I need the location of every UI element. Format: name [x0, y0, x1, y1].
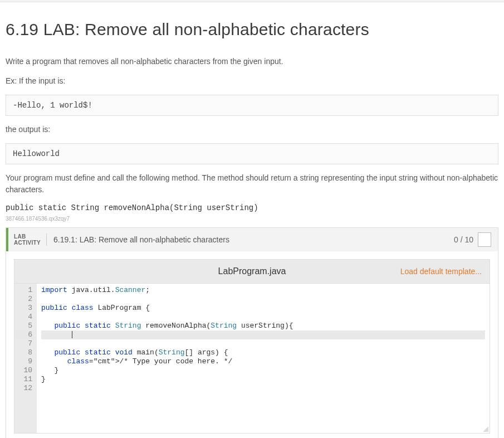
example-label: Ex: If the input is: — [6, 75, 498, 87]
code-line[interactable]: public class LabProgram { — [41, 304, 485, 313]
line-gutter: 123456789101112 — [14, 284, 37, 433]
code-line[interactable]: } — [41, 375, 485, 384]
output-label: the output is: — [6, 124, 498, 135]
code-line[interactable] — [41, 339, 485, 348]
code-line[interactable]: public static void main(String[] args) { — [41, 348, 485, 357]
code-line[interactable]: } — [41, 366, 485, 375]
lab-tag-line1: LAB — [14, 233, 41, 240]
code-line[interactable]: public static String removeNonAlpha(Stri… — [41, 322, 485, 330]
method-signature: public static String removeNonAlpha(Stri… — [6, 203, 498, 212]
question-id: 387466.1874536.qx3zqy7 — [6, 216, 498, 222]
code-editor[interactable]: 123456789101112 import java.util.Scanner… — [14, 283, 490, 434]
code-line[interactable] — [41, 295, 485, 304]
page-title: 6.19 LAB: Remove all non-alphabetic char… — [6, 20, 498, 39]
lab-activity-tag: LAB ACTIVITY — [14, 233, 47, 246]
intro-text: Write a program that removes all non-alp… — [6, 56, 498, 67]
lab-title: 6.19.1: LAB: Remove all non-alphabetic c… — [53, 235, 454, 244]
resize-handle-icon[interactable] — [483, 426, 488, 432]
score-badge-icon — [478, 232, 491, 247]
lab-tag-line2: ACTIVITY — [14, 240, 41, 246]
example-output-block: Helloworld — [6, 143, 498, 164]
lab-score: 0 / 10 — [454, 235, 473, 244]
text-cursor — [72, 331, 72, 338]
file-header: LabProgram.java Load default template... — [14, 259, 490, 283]
code-line[interactable] — [41, 384, 485, 393]
code-area[interactable]: import java.util.Scanner;public class La… — [37, 284, 490, 433]
code-line[interactable]: class="cmt">/* Type your code here. */ — [41, 357, 485, 366]
file-name: LabProgram.java — [218, 266, 286, 276]
lab-header: LAB ACTIVITY 6.19.1: LAB: Remove all non… — [6, 228, 498, 251]
code-line[interactable] — [41, 330, 485, 339]
method-description: Your program must define and call the fo… — [6, 172, 498, 196]
lab-panel: LAB ACTIVITY 6.19.1: LAB: Remove all non… — [6, 227, 498, 438]
code-line[interactable]: import java.util.Scanner; — [41, 286, 485, 295]
main-content: 6.19 LAB: Remove all non-alphabetic char… — [0, 2, 504, 438]
load-default-template-link[interactable]: Load default template... — [400, 267, 482, 276]
lab-body: LabProgram.java Load default template...… — [6, 251, 498, 438]
example-input-block: -Hello, 1 world$! — [6, 95, 498, 116]
code-line[interactable] — [41, 313, 485, 322]
